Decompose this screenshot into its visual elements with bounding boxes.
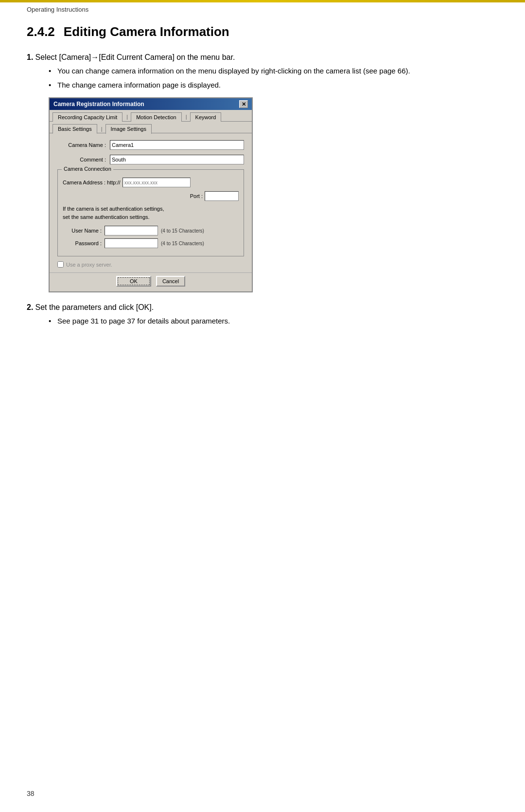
auth-note-line2: set the same authentication settings.: [63, 213, 239, 221]
main-content: 2.4.2Editing Camera Information 1. Selec…: [27, 19, 498, 336]
password-input[interactable]: [105, 238, 158, 248]
dialog-footer: OK Cancel: [50, 272, 252, 291]
tab-separator-2: |: [183, 112, 190, 121]
step-1-number: 1.: [27, 53, 33, 61]
camera-name-row: Camera Name :: [57, 140, 244, 150]
bullet-1-1: You can change camera information on the…: [49, 66, 498, 77]
comment-label: Comment :: [57, 157, 106, 162]
step-2-bullets: See page 31 to page 37 for details about…: [49, 316, 498, 327]
camera-name-label: Camera Name :: [57, 142, 106, 148]
step-2-text: Set the parameters and click [OK].: [35, 303, 154, 311]
camera-address-row: Camera Address : http://: [63, 178, 239, 187]
dialog-tabs: Recording Capacity Limit | Motion Detect…: [50, 110, 252, 122]
comment-row: Comment :: [57, 155, 244, 164]
auth-note-line1: If the camera is set authentication sett…: [63, 205, 239, 213]
tab-separator-3: |: [98, 124, 105, 133]
tab-motion-detection[interactable]: Motion Detection: [131, 112, 182, 122]
camera-address-label: Camera Address : http://: [63, 180, 121, 185]
dialog-body: Camera Name : Comment : Camera Connectio…: [50, 133, 252, 272]
ok-button[interactable]: OK: [116, 276, 151, 287]
camera-address-input[interactable]: [122, 178, 191, 187]
step-1-text: Select [Camera]→[Edit Current Camera] on…: [35, 53, 235, 61]
tab-basic-settings[interactable]: Basic Settings: [52, 124, 97, 134]
tab-recording-capacity[interactable]: Recording Capacity Limit: [52, 112, 122, 122]
camera-name-input[interactable]: [110, 140, 244, 150]
tab-separator-1: |: [123, 112, 131, 121]
comment-input[interactable]: [110, 155, 244, 164]
dialog-wrapper: Camera Registration Information ✕ Record…: [49, 97, 498, 292]
username-row: User Name : (4 to 15 Characters): [63, 226, 239, 235]
section-number: 2.4.2: [27, 24, 55, 39]
step-1-header: 1. Select [Camera]→[Edit Current Camera]…: [27, 53, 498, 62]
camera-connection-group: Camera Connection Camera Address : http:…: [57, 169, 244, 256]
dialog-titlebar: Camera Registration Information ✕: [50, 98, 252, 110]
bullet-2-1: See page 31 to page 37 for details about…: [49, 316, 498, 327]
password-row: Password : (4 to 15 Characters): [63, 238, 239, 248]
step-1-bullets: You can change camera information on the…: [49, 66, 498, 90]
username-input[interactable]: [105, 226, 158, 235]
proxy-row: Use a proxy server.: [57, 261, 244, 268]
port-input[interactable]: [205, 191, 239, 201]
dialog-close-button[interactable]: ✕: [239, 100, 248, 108]
password-hint: (4 to 15 Characters): [161, 241, 204, 246]
step-2-header: 2. Set the parameters and click [OK].: [27, 303, 498, 312]
tab-keyword[interactable]: Keyword: [190, 112, 222, 122]
dialog-title: Camera Registration Information: [53, 101, 144, 108]
connection-group-legend: Camera Connection: [62, 166, 113, 172]
dialog-tabs-row2: Basic Settings | Image Settings: [50, 122, 252, 133]
top-border: [0, 0, 525, 2]
page-number: 38: [27, 790, 35, 797]
tab-image-settings[interactable]: Image Settings: [105, 124, 152, 134]
proxy-label: Use a proxy server.: [66, 262, 112, 268]
username-hint: (4 to 15 Characters): [161, 228, 204, 234]
section-heading: Editing Camera Information: [64, 24, 229, 39]
bullet-1-2: The change camera information page is di…: [49, 80, 498, 91]
camera-registration-dialog[interactable]: Camera Registration Information ✕ Record…: [49, 97, 253, 292]
proxy-checkbox[interactable]: [57, 261, 64, 268]
port-row: Port :: [63, 191, 239, 201]
step-2-number: 2.: [27, 303, 33, 311]
step-2: 2. Set the parameters and click [OK]. Se…: [27, 303, 498, 327]
cancel-button[interactable]: Cancel: [156, 276, 185, 287]
page-header: Operating Instructions: [27, 6, 88, 13]
username-label: User Name :: [63, 228, 102, 234]
password-label: Password :: [63, 240, 102, 246]
header-label: Operating Instructions: [27, 6, 88, 13]
section-title: 2.4.2Editing Camera Information: [27, 24, 498, 39]
step-1: 1. Select [Camera]→[Edit Current Camera]…: [27, 53, 498, 292]
port-label: Port :: [190, 193, 203, 199]
auth-note: If the camera is set authentication sett…: [63, 205, 239, 221]
